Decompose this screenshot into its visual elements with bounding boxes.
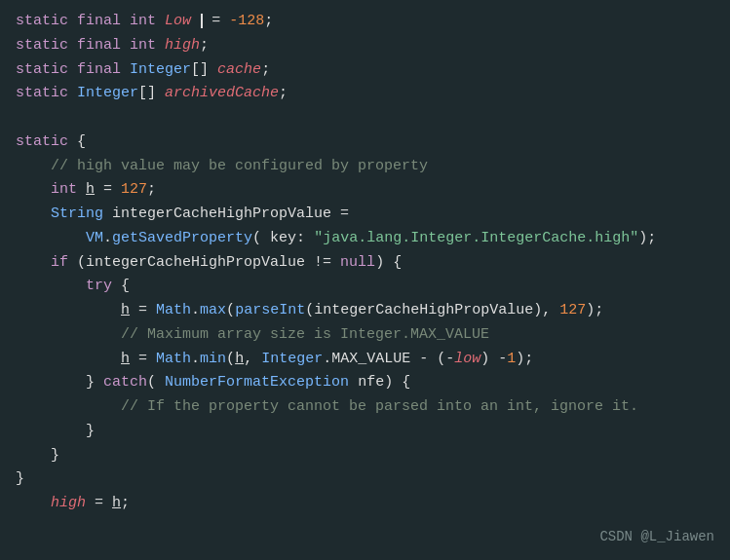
code-line-20: } bbox=[16, 467, 714, 492]
code-line-12: try { bbox=[16, 275, 714, 299]
code-line-15: h = Math.min(h, Integer.MAX_VALUE - (-lo… bbox=[16, 348, 714, 372]
code-line-19: } bbox=[16, 444, 714, 468]
code-editor: static final int Low = -128; static fina… bbox=[0, 0, 730, 560]
watermark: CSDN @L_Jiawen bbox=[599, 526, 714, 548]
code-line-6: static { bbox=[16, 131, 714, 155]
code-line-7: // high value may be configured by prope… bbox=[16, 155, 714, 179]
code-line-5 bbox=[16, 106, 714, 131]
code-line-1: static final int Low = -128; bbox=[16, 10, 714, 34]
code-line-14: // Maximum array size is Integer.MAX_VAL… bbox=[16, 323, 714, 348]
code-line-17: // If the property cannot be parsed into… bbox=[16, 395, 714, 420]
code-line-4: static Integer[] archivedCache; bbox=[16, 82, 714, 106]
code-line-8: int h = 127; bbox=[16, 178, 714, 203]
code-line-13: h = Math.max(parseInt(integerCacheHighPr… bbox=[16, 299, 714, 323]
code-line-3: static final Integer[] cache; bbox=[16, 58, 714, 83]
code-line-9: String integerCacheHighPropValue = bbox=[16, 203, 714, 227]
code-line-11: if (integerCacheHighPropValue != null) { bbox=[16, 251, 714, 276]
code-line-16: } catch( NumberFormatException nfe) { bbox=[16, 371, 714, 395]
code-line-21: high = h; bbox=[16, 492, 714, 516]
code-line-2: static final int high; bbox=[16, 34, 714, 58]
code-line-18: } bbox=[16, 420, 714, 444]
code-line-10: VM.getSavedProperty( key: "java.lang.Int… bbox=[16, 227, 714, 251]
